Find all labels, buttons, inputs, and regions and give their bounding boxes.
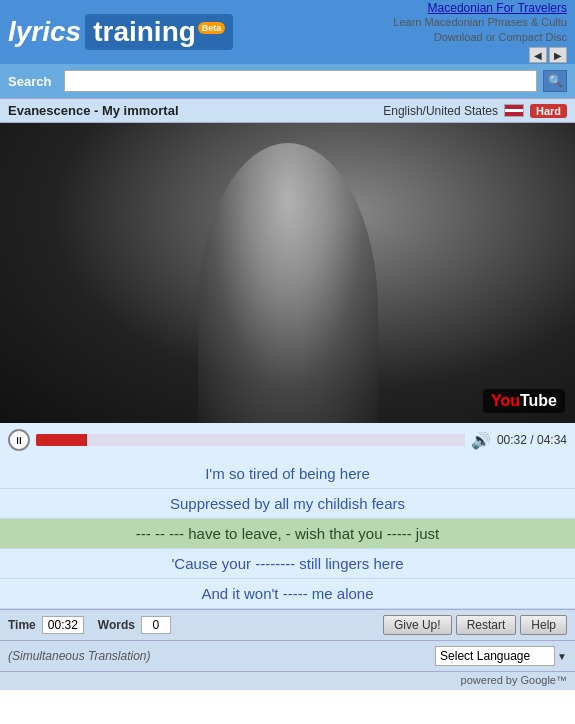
header: lyrics trainingBeta Macedonian For Trave… <box>0 0 575 64</box>
powered-by-text: powered by Google™ <box>461 674 567 686</box>
search-bar: Search 🔍 <box>0 64 575 98</box>
beta-badge: Beta <box>198 22 226 34</box>
difficulty-badge: Hard <box>530 104 567 118</box>
time-current: 00:32 <box>497 433 527 447</box>
lyric-line: I'm so tired of being here <box>0 457 575 489</box>
bottom-controls: Time 00:32 Words 0 Give Up! Restart Help <box>0 609 575 640</box>
words-label: Words <box>98 618 135 632</box>
ad-next-button[interactable]: ▶ <box>549 47 567 63</box>
pause-icon: ⏸ <box>14 435 24 446</box>
song-meta: English/United States Hard <box>383 104 567 118</box>
time-label: Time <box>8 618 36 632</box>
language-select-container: Select Language ▼ <box>435 646 567 666</box>
ad-area: Macedonian For Travelers Learn Macedonia… <box>393 1 567 64</box>
translation-label: (Simultaneous Translation) <box>8 649 151 663</box>
logo-training: trainingBeta <box>85 14 233 50</box>
ad-title[interactable]: Macedonian For Travelers <box>393 1 567 15</box>
lyric-line: --- -- --- have to leave, - wish that yo… <box>0 519 575 549</box>
lyric-line: And it won't ----- me alone <box>0 579 575 609</box>
video-controls: ⏸ 🔊 00:32 / 04:34 <box>0 423 575 457</box>
help-button[interactable]: Help <box>520 615 567 635</box>
powered-by: powered by Google™ <box>0 671 575 690</box>
pause-button[interactable]: ⏸ <box>8 429 30 451</box>
us-flag-icon <box>504 104 524 117</box>
select-arrow-icon: ▼ <box>557 651 567 662</box>
song-language: English/United States <box>383 104 498 118</box>
words-value: 0 <box>141 616 171 634</box>
translation-bar: (Simultaneous Translation) Select Langua… <box>0 640 575 671</box>
restart-button[interactable]: Restart <box>456 615 517 635</box>
time-display: 00:32 / 04:34 <box>497 433 567 447</box>
video-player[interactable]: YouTube <box>0 123 575 423</box>
progress-rest <box>87 434 464 446</box>
volume-icon[interactable]: 🔊 <box>471 431 491 450</box>
song-info-bar: Evanescence - My immortal English/United… <box>0 98 575 123</box>
progress-fill <box>36 434 87 446</box>
lyric-line: 'Cause your -------- still lingers here <box>0 549 575 579</box>
youtube-logo: YouTube <box>483 389 565 413</box>
ad-nav: ◀ ▶ <box>393 47 567 63</box>
lyrics-area: I'm so tired of being hereSuppressed by … <box>0 457 575 609</box>
time-total: 04:34 <box>537 433 567 447</box>
time-value: 00:32 <box>42 616 84 634</box>
logo-lyrics: lyrics <box>8 16 81 48</box>
search-button[interactable]: 🔍 <box>543 70 567 92</box>
ad-description: Learn Macedonian Phrases & Cultu Downloa… <box>393 15 567 46</box>
lyric-line: Suppressed by all my childish fears <box>0 489 575 519</box>
progress-bar[interactable] <box>36 434 465 446</box>
search-input[interactable] <box>64 70 537 92</box>
search-icon: 🔍 <box>548 74 563 88</box>
ad-prev-button[interactable]: ◀ <box>529 47 547 63</box>
action-buttons: Give Up! Restart Help <box>383 615 567 635</box>
time-separator: / <box>527 433 537 447</box>
song-title: Evanescence - My immortal <box>8 103 179 118</box>
give-up-button[interactable]: Give Up! <box>383 615 452 635</box>
language-select[interactable]: Select Language <box>435 646 555 666</box>
logo-area: lyrics trainingBeta <box>8 14 233 50</box>
search-label: Search <box>8 74 58 89</box>
